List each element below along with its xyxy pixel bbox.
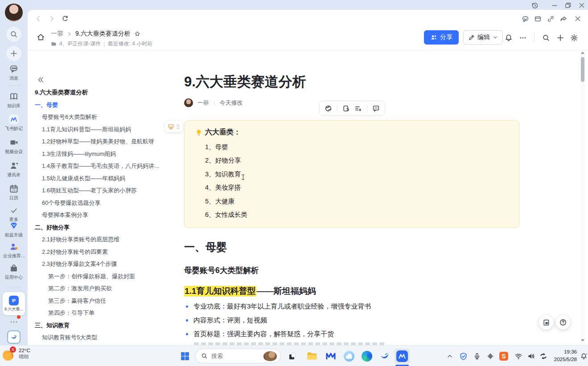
minimize-button[interactable] — [549, 1, 560, 10]
doc-heading-3b[interactable]: 1.1育儿知识科普型——斯坦福妈妈 — [184, 285, 316, 297]
callout-item[interactable]: 4、美妆穿搭 — [205, 183, 508, 191]
outline-title[interactable]: 9.六大垂类赛道分析 — [35, 86, 165, 99]
outline-item[interactable]: 1.6萌娃互动型——老丁头家的小胖苏 — [35, 185, 165, 197]
outline-item[interactable]: 第三步：赢得客户信任 — [35, 295, 165, 307]
breadcrumb-parent[interactable]: 一菲 — [51, 30, 63, 38]
more-actions-button[interactable] — [517, 32, 529, 44]
tray-microphone-button[interactable] — [471, 350, 483, 362]
scrollbar-track[interactable] — [580, 51, 585, 345]
minutes-app-button-active[interactable] — [395, 349, 410, 364]
callout-item[interactable]: 5、大健康 — [205, 197, 508, 205]
tab-share-button[interactable] — [558, 13, 568, 24]
doc-add-button[interactable] — [555, 32, 566, 44]
list-arrow-icon[interactable] — [354, 105, 362, 112]
nav-refresh-button[interactable] — [60, 13, 70, 24]
help-button[interactable] — [556, 315, 570, 329]
home-button[interactable] — [34, 30, 47, 44]
outline-item[interactable]: 一、母婴 — [35, 99, 165, 111]
close-window-button[interactable] — [576, 1, 588, 10]
weather-widget[interactable]: 5 22°C 晴朗 — [3, 347, 30, 360]
scrollbar-up-arrow[interactable] — [581, 52, 584, 54]
bullet-item[interactable]: 专业功底：最好有3年以上育儿或者职业经验，增强专业背书 — [186, 302, 371, 311]
taskbar-search[interactable] — [195, 349, 281, 363]
rail-item-minutes[interactable]: 飞书妙记 — [0, 114, 28, 132]
callout-item[interactable]: 3、知识教育 — [205, 170, 508, 178]
outline-item[interactable]: 1.1育儿知识科普型——斯坦福妈妈 — [35, 123, 165, 136]
outline-item[interactable]: 2.2好物分享账号的四要素 — [35, 246, 165, 258]
block-handle[interactable] — [165, 121, 183, 132]
rail-item-app-center[interactable]: 应用中心 — [0, 263, 28, 281]
scrollbar-thumb[interactable] — [581, 57, 584, 82]
doc-feedback-button[interactable] — [539, 315, 553, 329]
settings-button[interactable] — [568, 32, 580, 44]
rail-search-button[interactable] — [0, 27, 28, 42]
rail-item-enterprise[interactable]: 企业推荐... — [0, 242, 28, 259]
outline-item[interactable]: 二、好物分享 — [35, 221, 165, 234]
comment-icon[interactable] — [372, 105, 380, 112]
bullet-item[interactable]: 内容形式：评测，短视频 — [186, 316, 267, 325]
start-button[interactable] — [177, 349, 193, 364]
weather-app-button[interactable] — [341, 349, 357, 364]
callout-item[interactable]: 6、女性成长类 — [205, 211, 508, 219]
rail-item-more[interactable]: 更多 — [0, 206, 28, 223]
star-icon[interactable] — [134, 31, 140, 37]
tray-volume-button[interactable] — [525, 350, 537, 362]
outline-item[interactable]: 母婴账号6大类型解析 — [35, 111, 165, 124]
rail-more-apps-button[interactable] — [0, 318, 28, 326]
callout-block[interactable]: 六大垂类： 1、母婴 2、好物分享 3、知识教育 4、美妆穿搭 5、大健康 6、… — [184, 120, 519, 228]
outline-item[interactable]: 1.4亲子教育型——毛毛虫英语，八斤妈妈讲... — [35, 160, 165, 173]
doc-heading-2[interactable]: 一、母婴 — [184, 240, 227, 254]
file-explorer-button[interactable] — [304, 349, 320, 364]
outline-item[interactable]: 60个母婴爆款选题分享 — [35, 197, 165, 209]
rail-item-upgrade[interactable]: 权益升级 — [0, 221, 28, 238]
tray-clock[interactable]: 19:36 2025/5/28 — [547, 348, 577, 363]
tray-security-button[interactable] — [457, 350, 469, 362]
tray-wifi-button[interactable] — [513, 350, 524, 362]
scrollbar-down-arrow[interactable] — [581, 339, 584, 342]
bullet-item[interactable]: 首页标题：强调主要内容，解答疑惑，分享干货 — [186, 330, 334, 338]
restore-button[interactable] — [562, 1, 574, 10]
feishu-logo-button[interactable] — [0, 330, 28, 344]
task-view-button[interactable] — [285, 349, 300, 364]
share-button[interactable]: 分享 — [424, 30, 459, 45]
insert-link-doc-icon[interactable] — [342, 105, 350, 112]
search-highlight-image[interactable] — [263, 351, 277, 361]
rail-item-messages[interactable]: 消息 — [0, 64, 28, 81]
callout-item[interactable]: 1、母婴 — [205, 143, 508, 151]
author-name[interactable]: 一菲 — [197, 99, 209, 107]
rail-item-knowledge[interactable]: 知识库 — [0, 92, 28, 109]
breadcrumb-current[interactable]: 9.六大垂类赛道分析 — [75, 30, 131, 38]
doc-heading-3[interactable]: 母婴账号6大类型解析 — [184, 265, 259, 276]
outline-collapse-button[interactable] — [36, 75, 45, 85]
feishu-app-button[interactable] — [377, 349, 392, 364]
outline-item[interactable]: 第四步：引导下单 — [35, 307, 165, 320]
notifications-button[interactable] — [503, 32, 514, 44]
doc-title[interactable]: 9.六大垂类赛道分析 — [184, 73, 306, 91]
history-button[interactable] — [529, 1, 540, 10]
outline-item[interactable]: 2.3好物分享爆款文案4个步骤 — [35, 258, 165, 271]
m-app-button[interactable] — [323, 349, 338, 364]
nav-back-button[interactable] — [33, 13, 44, 24]
nav-forward-button[interactable] — [46, 13, 57, 24]
edit-button[interactable]: 编辑 — [463, 30, 503, 45]
rail-item-contacts[interactable]: 通讯录 — [0, 161, 28, 178]
outline-item[interactable]: 2.1好物分享类账号的底层思维 — [35, 234, 165, 246]
outline-item[interactable]: 1.2好物种草型——辣妈美美好物、是航航呀 — [35, 136, 165, 148]
tray-expand-button[interactable] — [444, 350, 456, 362]
outline-item[interactable]: 第一步：创作爆款标题、爆款封面 — [35, 270, 165, 283]
callout-item[interactable]: 2、好物分享 — [205, 156, 508, 164]
doc-search-button[interactable] — [540, 32, 552, 44]
edge-button[interactable] — [359, 349, 374, 364]
outline-item[interactable]: 三、知识教育 — [35, 319, 165, 332]
tray-snip-button[interactable] — [485, 350, 496, 362]
tray-sogou-button[interactable]: S — [498, 350, 510, 362]
theme-palette-icon[interactable] — [325, 105, 332, 112]
rail-item-video-meeting[interactable]: 视频会议 — [0, 138, 28, 155]
folder-name[interactable]: 4、iP正价课-课件 — [59, 40, 101, 48]
tab-window-button[interactable] — [532, 13, 543, 24]
user-avatar[interactable] — [0, 4, 28, 21]
search-input[interactable] — [211, 353, 260, 359]
rail-add-button[interactable] — [0, 46, 28, 61]
tab-emoji-button[interactable] — [520, 13, 530, 24]
outline-item[interactable]: 1.5幼儿健康成长型——年糕妈妈 — [35, 172, 165, 185]
